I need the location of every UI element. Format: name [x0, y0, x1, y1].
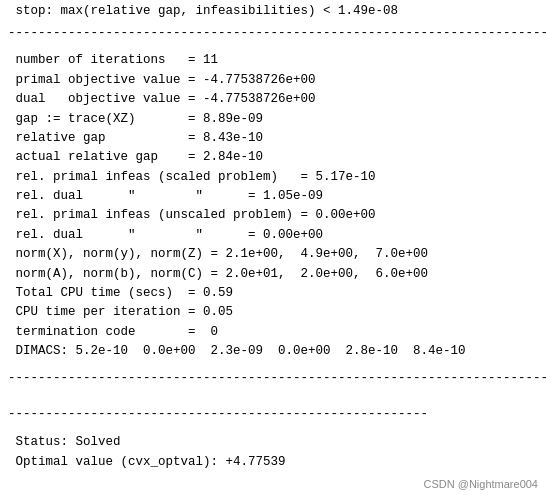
stat-line: DIMACS: 5.2e-10 0.0e+00 2.3e-09 0.0e+00 …: [8, 342, 538, 361]
stat-line: dual objective value = -4.77538726e+00: [8, 90, 538, 109]
stat-line: norm(A), norm(b), norm(C) = 2.0e+01, 2.0…: [8, 265, 538, 284]
stat-line: actual relative gap = 2.84e-10: [8, 148, 538, 167]
stat-line: gap := trace(XZ) = 8.89e-09: [8, 110, 538, 129]
stat-line: CPU time per iteration = 0.05: [8, 303, 538, 322]
stat-line: rel. primal infeas (scaled problem) = 5.…: [8, 168, 538, 187]
stat-line: norm(X), norm(y), norm(Z) = 2.1e+00, 4.9…: [8, 245, 538, 264]
divider3: ----------------------------------------…: [0, 401, 546, 428]
stats-block: number of iterations = 11 primal objecti…: [0, 47, 546, 365]
stat-line: Total CPU time (secs) = 0.59: [8, 284, 538, 303]
stat-line: rel. primal infeas (unscaled problem) = …: [8, 206, 538, 225]
stat-line: primal objective value = -4.77538726e+00: [8, 71, 538, 90]
stat-line: relative gap = 8.43e-10: [8, 129, 538, 148]
stat-line: termination code = 0: [8, 323, 538, 342]
divider-bottom: ----------------------------------------…: [0, 365, 546, 392]
stop-line: stop: max(relative gap, infeasibilities)…: [0, 0, 546, 20]
spacer: [0, 393, 546, 401]
status-section: Status: Solved Optimal value (cvx_optval…: [0, 428, 546, 476]
stat-line: number of iterations = 11: [8, 51, 538, 70]
divider-top: ----------------------------------------…: [0, 20, 546, 47]
stat-line: rel. dual ″ ″ = 0.00e+00: [8, 226, 538, 245]
main-container: stop: max(relative gap, infeasibilities)…: [0, 0, 546, 500]
watermark: CSDN @Nightmare004: [0, 476, 546, 494]
status-line: Optimal value (cvx_optval): +4.77539: [8, 452, 538, 472]
status-line: Status: Solved: [8, 432, 538, 452]
stat-line: rel. dual ″ ″ = 1.05e-09: [8, 187, 538, 206]
